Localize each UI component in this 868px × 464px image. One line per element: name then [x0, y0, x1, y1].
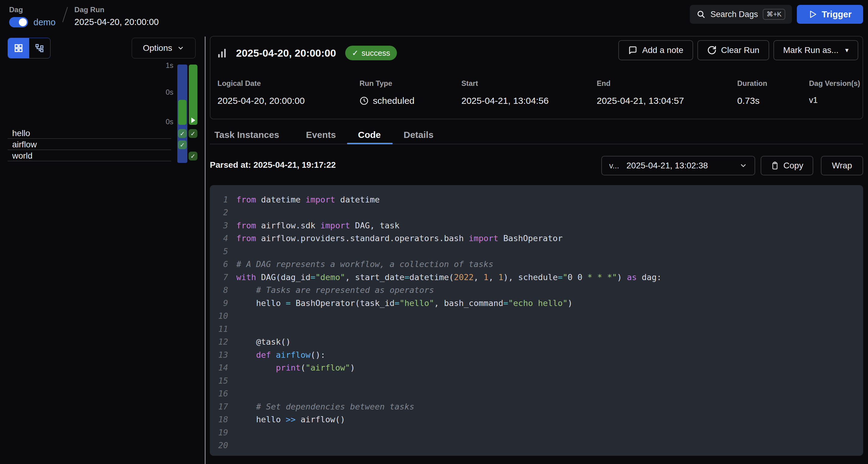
version-value: 2025-04-21, 13:02:38 — [626, 161, 732, 171]
line-content: hello = BashOperator(task_id="hello", ba… — [236, 298, 572, 308]
code-line: 19 — [210, 426, 863, 439]
search-dags-label: Search Dags — [710, 10, 758, 19]
line-number: 4 — [210, 234, 228, 243]
tab-details[interactable]: Details — [404, 130, 433, 140]
add-note-button[interactable]: Add a note — [618, 40, 693, 60]
meta-label: Duration — [737, 79, 767, 88]
code-line: 14 print("airflow") — [210, 361, 863, 375]
code-line: 17 # Set dependencies between tasks — [210, 400, 863, 413]
toggle-knob — [19, 18, 27, 26]
run-duration-bar[interactable] — [178, 100, 186, 125]
code-line: 1from datetime import datetime — [210, 193, 863, 206]
copy-label: Copy — [783, 161, 803, 171]
task-instance-airflow-success[interactable]: ✓ — [178, 140, 187, 149]
panel-resize-handle[interactable] — [205, 36, 206, 464]
search-dags-button[interactable]: Search Dags ⌘+K — [690, 5, 792, 24]
caret-down-icon: ▾ — [845, 46, 848, 54]
chevron-down-icon — [177, 45, 184, 52]
options-dropdown[interactable]: Options — [132, 38, 195, 58]
airflow-dag-run-page: Dag demo Dag Run 2025-04-20, 20:00:00 Se… — [0, 0, 868, 464]
dag-name-link[interactable]: demo — [33, 17, 56, 27]
status-badge: ✓ success — [345, 46, 397, 60]
code-line: 6# A DAG represents a workflow, a collec… — [210, 258, 863, 271]
options-label: Options — [143, 43, 173, 53]
duration-axis-tick: 0s — [143, 118, 173, 126]
wrap-label: Wrap — [832, 161, 852, 171]
code-line: 11 — [210, 322, 863, 336]
task-instance-world-success[interactable]: ✓ — [189, 152, 197, 161]
mark-run-as-button[interactable]: Mark Run as... ▾ — [773, 40, 858, 60]
line-content: def airflow(): — [236, 350, 326, 359]
line-number: 16 — [210, 389, 228, 398]
breadcrumb: Dag demo Dag Run 2025-04-20, 20:00:00 — [9, 5, 159, 27]
line-content: hello >> airflow() — [236, 415, 345, 424]
meta-label: End — [597, 79, 684, 88]
code-line: 18 hello >> airflow() — [210, 413, 863, 426]
copy-button[interactable]: Copy — [761, 156, 813, 175]
dag-pause-toggle[interactable] — [9, 17, 28, 27]
line-number: 7 — [210, 272, 228, 282]
breadcrumb-separator — [62, 7, 68, 22]
line-number: 1 — [210, 195, 228, 204]
task-instance-hello-success[interactable]: ✓ — [178, 129, 187, 138]
task-label-world[interactable]: world — [12, 151, 33, 161]
task-row-separator — [8, 138, 171, 139]
add-note-label: Add a note — [642, 46, 683, 55]
code-line: 9 hello = BashOperator(task_id="hello", … — [210, 296, 863, 310]
top-bar: Dag demo Dag Run 2025-04-20, 20:00:00 Se… — [0, 0, 868, 36]
line-number: 20 — [210, 440, 228, 450]
line-content: from airflow.providers.standard.operator… — [236, 234, 563, 243]
dag-version-select[interactable]: v... 2025-04-21, 13:02:38 — [601, 156, 755, 175]
code-line: 13 def airflow(): — [210, 348, 863, 361]
meta-value: v1 — [809, 96, 860, 105]
task-label-airflow[interactable]: airflow — [12, 140, 37, 149]
tab-task-instances[interactable]: Task Instances — [214, 130, 279, 140]
task-instance-hello-success[interactable]: ✓ — [189, 129, 197, 138]
grid-view-button[interactable] — [8, 38, 29, 58]
code-line: 20 — [210, 439, 863, 452]
parsed-at-text: Parsed at: 2025-04-21, 19:17:22 — [210, 160, 336, 170]
breadcrumb-run-group: Dag Run 2025-04-20, 20:00:00 — [74, 5, 159, 27]
line-number: 14 — [210, 363, 228, 372]
clock-icon — [360, 96, 369, 105]
trigger-button[interactable]: Trigger — [797, 5, 863, 24]
search-shortcut-kbd: ⌘+K — [763, 9, 785, 20]
line-content: print("airflow") — [236, 363, 355, 372]
tab-events[interactable]: Events — [306, 130, 336, 140]
active-tab-underline — [347, 143, 393, 144]
code-line: 8 # Tasks are represented as operators — [210, 284, 863, 297]
duration-axis-tick: 0s — [143, 88, 173, 96]
version-prefix: v... — [609, 161, 619, 171]
grid-sidebar: Options 1s0s0shello✓✓airflow✓world✓ — [0, 36, 205, 464]
task-row-separator — [8, 149, 171, 150]
line-content: with DAG(dag_id="demo", start_date=datet… — [236, 272, 661, 282]
clear-run-button[interactable]: Clear Run — [698, 40, 769, 60]
graph-view-button[interactable] — [29, 38, 51, 58]
line-content: from airflow.sdk import DAG, task — [236, 221, 399, 230]
line-number: 19 — [210, 428, 228, 437]
detail-tabs: Task InstancesEventsCodeDetails — [210, 125, 863, 144]
meta-run-type: Run Typescheduled — [360, 79, 414, 106]
check-icon: ✓ — [352, 49, 359, 58]
duration-axis-tick: 1s — [143, 61, 173, 70]
bar-chart-icon — [218, 48, 227, 58]
task-row-separator — [8, 161, 171, 162]
task-label-hello[interactable]: hello — [12, 128, 30, 138]
meta-logical-date: Logical Date2025-04-20, 20:00:00 — [217, 79, 305, 106]
line-number: 17 — [210, 402, 228, 411]
line-number: 11 — [210, 324, 228, 334]
search-icon — [696, 10, 706, 19]
line-content: # A DAG represents a workflow, a collect… — [236, 259, 493, 269]
meta-end: End2025-04-21, 13:04:57 — [597, 79, 684, 106]
wrap-button[interactable]: Wrap — [821, 156, 863, 175]
dag-run-label: Dag Run — [74, 5, 159, 14]
tab-code[interactable]: Code — [358, 130, 381, 140]
meta-label: Run Type — [360, 79, 414, 88]
status-text: success — [362, 49, 390, 58]
code-line: 5 — [210, 245, 863, 258]
run-duration-bar[interactable] — [189, 64, 197, 125]
chevron-down-icon — [739, 162, 747, 170]
breadcrumb-dag-group: Dag demo — [9, 5, 56, 27]
line-number: 18 — [210, 415, 228, 424]
line-number: 3 — [210, 221, 228, 230]
